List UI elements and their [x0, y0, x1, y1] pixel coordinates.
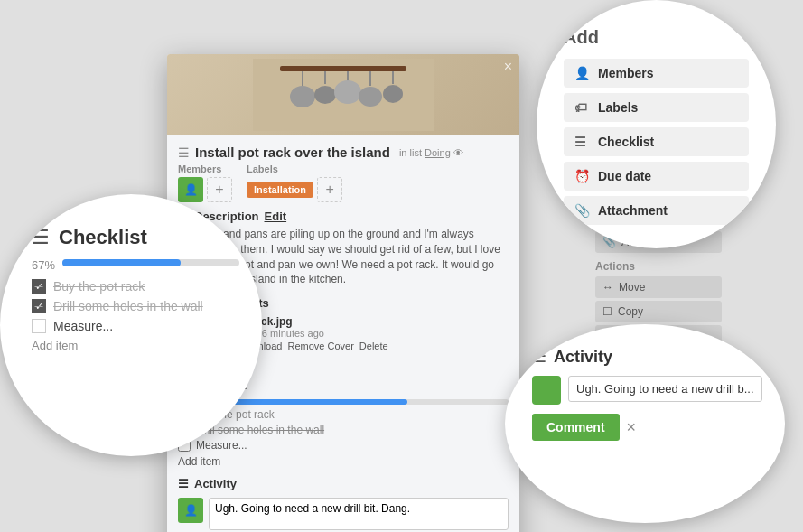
activity-icon: ☰	[178, 477, 189, 490]
checklist-item: Drill some holes in the wall	[178, 424, 509, 436]
svg-point-5	[314, 86, 336, 104]
zoom-add-panel: Add 👤 Members 🏷 Labels ☰ Checklist ⏰ Due…	[537, 0, 776, 248]
copy-icon: ☐	[602, 305, 612, 318]
add-checklist-item-link[interactable]: Add item	[178, 455, 509, 468]
zoom-activity-title: Activity	[554, 348, 612, 367]
svg-point-3	[290, 86, 315, 107]
zoom-add-title: Add	[564, 27, 749, 48]
card-title: Install pot rack over the island	[195, 145, 390, 160]
zoom-members-label: Members	[598, 66, 653, 80]
members-label: Members	[178, 163, 232, 174]
zoom-labels-icon: 🏷	[574, 100, 589, 115]
zoom-activity-actions: Comment ×	[532, 414, 762, 441]
checklist-item: Measure...	[178, 439, 509, 452]
add-label-button[interactable]: +	[317, 177, 342, 202]
current-user-avatar: 👤	[178, 498, 203, 523]
card-title-row: ☰ Install pot rack over the island in li…	[178, 145, 509, 160]
zoom-add-due-date-btn[interactable]: ⏰ Due date	[564, 162, 749, 191]
zoom-checklist-title-row: ☰ Checklist	[32, 226, 239, 249]
activity-label: Activity	[194, 477, 237, 490]
svg-rect-1	[280, 66, 406, 71]
svg-point-9	[359, 87, 382, 107]
zoom-checkbox-1[interactable]: ✓	[32, 279, 46, 294]
zoom-checkbox-2[interactable]: ✓	[32, 299, 46, 313]
zoom-due-date-label: Due date	[598, 169, 651, 183]
zoom-activity-panel: ☰ Activity Ugh. Going to need a new dril…	[505, 324, 785, 523]
zoom-checklist-item-3: Measure...	[32, 319, 239, 333]
zoom-add-inner: Add 👤 Members 🏷 Labels ☰ Checklist ⏰ Due…	[564, 27, 749, 230]
zoom-activity-icon: ☰	[532, 347, 546, 367]
zoom-labels-label: Labels	[598, 100, 638, 115]
card-list-name[interactable]: Doing	[425, 147, 451, 158]
zoom-checklist-item-2: ✓ Drill some holes in the wall	[32, 299, 239, 313]
zoom-checklist-inner: ☰ Checklist 67% ✓ Buy the pot rack ✓ Dri…	[32, 226, 239, 352]
svg-point-7	[334, 80, 361, 104]
zoom-checklist-item-1: ✓ Buy the pot rack	[32, 279, 239, 294]
labels-section: Labels Installation +	[247, 163, 342, 202]
zoom-checkbox-3[interactable]	[32, 319, 46, 333]
svg-point-11	[383, 85, 403, 103]
zoom-add-attachment-btn[interactable]: 📎 Attachment	[564, 196, 749, 225]
zoom-progress-percent: 67%	[32, 258, 55, 272]
zoom-attachment-icon: 📎	[574, 203, 589, 218]
card-type-icon: ☰	[178, 145, 190, 160]
card-list-info: in list Doing 👁	[399, 147, 463, 158]
zoom-checklist-icon: ☰	[574, 135, 589, 149]
member-avatar[interactable]: 👤	[178, 177, 203, 202]
zoom-member-icon: 👤	[574, 66, 589, 80]
remove-cover-link[interactable]: Remove Cover	[287, 341, 353, 351]
zoom-attachment-label: Attachment	[598, 203, 668, 218]
zoom-checklist-heading: Checklist	[59, 226, 147, 249]
zoom-activity-inner: ☰ Activity Ugh. Going to need a new dril…	[532, 347, 762, 441]
delete-link[interactable]: Delete	[359, 341, 388, 351]
zoom-activity-text: Ugh. Going to need a new drill b...	[568, 376, 762, 402]
zoom-add-checklist-btn[interactable]: ☰ Checklist	[564, 127, 749, 156]
checklist-items: Buy the pot rack Drill some holes in the…	[178, 408, 509, 452]
zoom-due-date-icon: ⏰	[574, 169, 589, 183]
activity-section: ☰ Activity 👤 Ugh. Going to need a new dr…	[178, 477, 509, 532]
comment-textarea[interactable]: Ugh. Going to need a new drill bit. Dang…	[209, 498, 509, 530]
zoom-activity-title-row: ☰ Activity	[532, 347, 762, 367]
copy-action-btn[interactable]: ☐ Copy	[595, 301, 722, 322]
zoom-add-members-btn[interactable]: 👤 Members	[564, 59, 749, 88]
close-button[interactable]: ×	[504, 59, 512, 75]
member-avatars: 👤 +	[178, 177, 232, 202]
labels-label: Labels	[247, 163, 342, 174]
card-meta-row: Members 👤 + Labels Installation +	[178, 163, 509, 202]
actions-title: Actions	[595, 260, 722, 273]
zoom-checklist-heading-icon: ☰	[32, 226, 50, 249]
zoom-add-labels-btn[interactable]: 🏷 Labels	[564, 93, 749, 122]
activity-input-row: 👤 Ugh. Going to need a new drill bit. Da…	[178, 498, 509, 530]
label-badge[interactable]: Installation	[247, 182, 313, 198]
zoom-progress-bar	[62, 259, 181, 266]
card-header-image: ×	[167, 54, 519, 135]
move-icon: ↔	[602, 281, 613, 294]
zoom-add-item-link[interactable]: Add item	[32, 339, 78, 352]
move-action-btn[interactable]: ↔ Move	[595, 276, 722, 298]
members-section: Members 👤 +	[178, 163, 232, 202]
add-member-button[interactable]: +	[207, 177, 232, 202]
zoom-activity-avatar	[532, 376, 561, 405]
zoom-activity-comment-row: Ugh. Going to need a new drill b...	[532, 376, 762, 405]
edit-description-link[interactable]: Edit	[265, 210, 287, 223]
zoom-checklist-panel: ☰ Checklist 67% ✓ Buy the pot rack ✓ Dri…	[0, 194, 262, 456]
zoom-checklist-label: Checklist	[598, 135, 654, 149]
zoom-comment-button[interactable]: Comment	[532, 414, 620, 441]
zoom-cancel-icon[interactable]: ×	[627, 418, 637, 437]
